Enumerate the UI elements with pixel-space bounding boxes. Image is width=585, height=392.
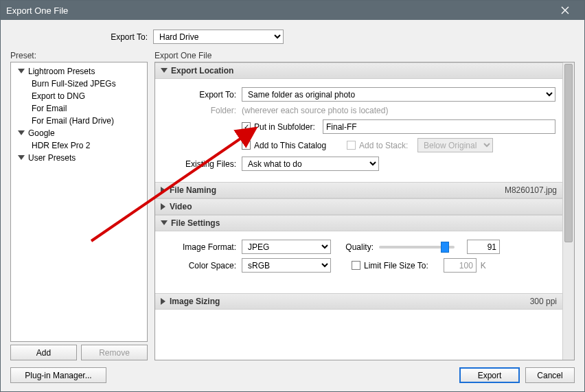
footer: Plug-in Manager... Export Cancel bbox=[10, 360, 575, 383]
dialog-body: Export To: Hard Drive Preset: Lightroom … bbox=[1, 20, 584, 391]
preset-column: Preset: Lightroom Presets Burn Full-Size… bbox=[10, 51, 148, 360]
preset-label: Preset: bbox=[10, 51, 148, 60]
preset-item[interactable]: For Email bbox=[11, 102, 147, 115]
slider-handle-icon[interactable] bbox=[441, 242, 449, 253]
scrollbar[interactable] bbox=[562, 62, 574, 360]
put-in-subfolder-label: Put in Subfolder: bbox=[254, 122, 323, 132]
section-video[interactable]: Video bbox=[155, 198, 562, 215]
file-settings-body: Image Format: JPEG Quality: Color Space:… bbox=[155, 231, 562, 284]
remove-button: Remove bbox=[81, 345, 148, 360]
chevron-down-icon bbox=[161, 220, 168, 225]
preset-item[interactable]: HDR Efex Pro 2 bbox=[11, 139, 147, 152]
chevron-right-icon bbox=[161, 298, 165, 305]
chevron-down-icon bbox=[18, 130, 25, 135]
section-file-settings[interactable]: File Settings bbox=[155, 215, 562, 231]
chevron-down-icon bbox=[161, 68, 168, 73]
close-icon bbox=[561, 6, 569, 14]
export-to-label2: Export To: bbox=[162, 90, 242, 100]
image-format-select[interactable]: JPEG bbox=[242, 240, 331, 254]
preset-item[interactable]: Export to DNG bbox=[11, 90, 147, 102]
export-button[interactable]: Export bbox=[459, 367, 520, 383]
titlebar: Export One File bbox=[1, 1, 584, 20]
cancel-button[interactable]: Cancel bbox=[525, 367, 575, 383]
limit-filesize-label: Limit File Size To: bbox=[364, 261, 428, 270]
quality-label: Quality: bbox=[331, 242, 379, 252]
folder-label: Folder: bbox=[162, 106, 242, 115]
chevron-down-icon bbox=[18, 69, 25, 73]
quality-slider[interactable] bbox=[379, 246, 455, 249]
chevron-right-icon bbox=[161, 187, 165, 194]
preset-list[interactable]: Lightroom Presets Burn Full-Sized JPEGs … bbox=[10, 62, 148, 342]
window-title: Export One File bbox=[6, 5, 551, 16]
put-in-subfolder-checkbox[interactable]: ✓ bbox=[242, 122, 251, 131]
preset-group-user[interactable]: User Presets bbox=[11, 152, 147, 164]
image-format-label: Image Format: bbox=[162, 242, 242, 252]
section-export-location[interactable]: Export Location bbox=[155, 62, 562, 79]
export-to-label: Export To: bbox=[10, 32, 153, 42]
image-sizing-value: 300 ppi bbox=[530, 297, 557, 306]
preset-buttons: Add Remove bbox=[10, 345, 148, 360]
limit-filesize-input[interactable] bbox=[444, 258, 477, 273]
preset-item[interactable]: Burn Full-Sized JPEGs bbox=[11, 78, 147, 90]
settings-panel: Export Location Export To: Same folder a… bbox=[154, 62, 575, 360]
subfolder-input[interactable] bbox=[323, 119, 555, 134]
columns: Preset: Lightroom Presets Burn Full-Size… bbox=[10, 51, 575, 360]
color-space-label: Color Space: bbox=[162, 261, 242, 270]
limit-filesize-checkbox[interactable] bbox=[352, 261, 360, 270]
add-catalog-checkbox[interactable] bbox=[242, 141, 251, 150]
folder-hint: (wherever each source photo is located) bbox=[242, 106, 388, 115]
preset-item[interactable]: For Email (Hard Drive) bbox=[11, 115, 147, 127]
settings-column: Export One File Export Location Export T… bbox=[154, 51, 575, 360]
section-image-sizing[interactable]: Image Sizing300 ppi bbox=[155, 293, 562, 310]
section-file-naming[interactable]: File NamingM8260107.jpg bbox=[155, 182, 562, 198]
plugin-manager-button[interactable]: Plug-in Manager... bbox=[10, 367, 106, 383]
existing-files-select[interactable]: Ask what to do bbox=[242, 157, 379, 171]
add-stack-checkbox bbox=[347, 141, 356, 150]
preset-group-lightroom[interactable]: Lightroom Presets bbox=[11, 65, 147, 78]
add-button[interactable]: Add bbox=[10, 345, 77, 360]
quality-input[interactable] bbox=[467, 240, 500, 254]
export-to-select[interactable]: Hard Drive bbox=[153, 30, 284, 44]
file-naming-value: M8260107.jpg bbox=[505, 185, 557, 195]
export-to-row: Export To: Hard Drive bbox=[10, 30, 575, 44]
settings-label: Export One File bbox=[154, 51, 575, 60]
export-to-location-select[interactable]: Same folder as original photo bbox=[242, 87, 555, 102]
color-space-select[interactable]: sRGB bbox=[242, 258, 331, 273]
stack-select: Below Original bbox=[417, 138, 493, 152]
preset-group-google[interactable]: Google bbox=[11, 127, 147, 139]
limit-unit: K bbox=[481, 261, 486, 270]
chevron-down-icon bbox=[18, 155, 25, 160]
export-location-body: Export To: Same folder as original photo… bbox=[155, 79, 562, 182]
add-stack-label: Add to Stack: bbox=[359, 141, 417, 150]
settings-inner: Export Location Export To: Same folder a… bbox=[155, 62, 562, 360]
existing-files-label: Existing Files: bbox=[162, 159, 242, 169]
close-button[interactable] bbox=[551, 1, 579, 20]
scrollbar-thumb[interactable] bbox=[564, 64, 573, 242]
chevron-right-icon bbox=[161, 203, 165, 210]
export-dialog: Export One File Export To: Hard Drive Pr… bbox=[0, 0, 585, 392]
add-catalog-label: Add to This Catalog bbox=[254, 141, 347, 150]
